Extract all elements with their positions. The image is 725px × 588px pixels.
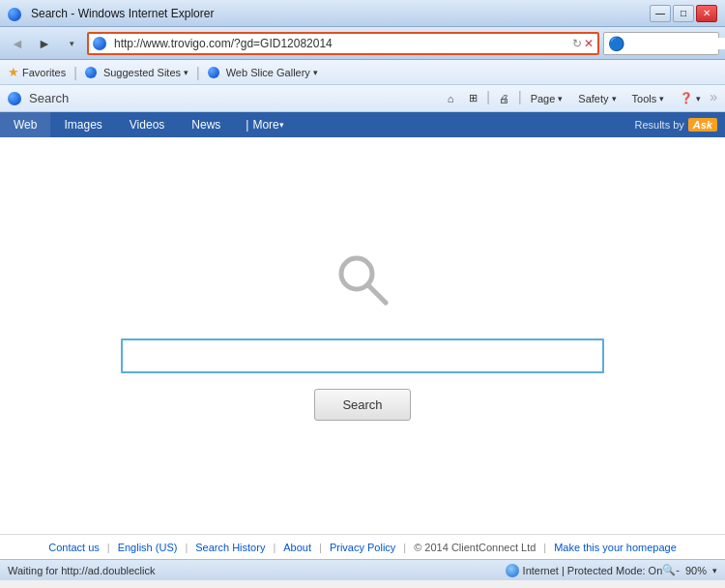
search-magnifier-icon (334, 250, 392, 319)
tab-videos[interactable]: Videos (116, 112, 178, 137)
footer-copyright: © 2014 ClientConnect Ltd (414, 542, 536, 553)
favorites-toolbar: ★ Favorites | Suggested Sites ▾ | Web Sl… (0, 60, 725, 85)
tab-images[interactable]: Images (50, 112, 115, 137)
footer-sep2: | (185, 542, 188, 553)
status-zone-text: Internet | Protected Mode: On (523, 565, 663, 576)
refresh-icon[interactable]: ↻ (572, 37, 582, 50)
minimize-button[interactable]: — (650, 5, 671, 22)
tab-separator: | (246, 118, 248, 132)
fav-divider: | (73, 65, 77, 80)
nav-tabs-bar: Web Images Videos News | More ▾ Results … (0, 112, 725, 137)
status-bar: Waiting for http://ad.doubleclick Intern… (0, 559, 725, 580)
footer-sep4: | (319, 542, 322, 553)
window-controls: — □ ✕ (650, 5, 717, 22)
address-bar: ↻ ✕ (87, 32, 599, 55)
status-zone: Internet | Protected Mode: On (506, 564, 663, 577)
suggested-sites-icon (85, 67, 97, 78)
status-globe-icon (506, 564, 519, 577)
tab-more-label: More (252, 118, 278, 132)
star-icon: ★ (8, 65, 19, 79)
web-slice-icon (208, 67, 219, 78)
ask-logo: Ask (688, 118, 717, 132)
address-input[interactable] (114, 37, 568, 50)
command-buttons: ⌂ ⊞ | 🖨 | Page ▾ Safety ▾ Tools ▾ ❓ ▾ » (441, 89, 717, 107)
footer-about-link[interactable]: About (283, 542, 311, 553)
footer-homepage-link[interactable]: Make this your homepage (554, 542, 677, 553)
home-button[interactable]: ⌂ (441, 89, 461, 107)
suggested-sites-label: Suggested Sites (103, 67, 181, 78)
footer-history-link[interactable]: Search History (195, 542, 265, 553)
search-widget: Search (121, 250, 604, 421)
results-by: Results by Ask (634, 118, 717, 132)
tab-images-label: Images (64, 118, 102, 132)
footer-sep6: | (543, 542, 546, 553)
safety-button[interactable]: Safety ▾ (571, 89, 623, 107)
command-bar: Search ⌂ ⊞ | 🖨 | Page ▾ Safety ▾ Tools ▾… (0, 85, 725, 112)
web-slice-dropdown[interactable]: ▾ (313, 68, 318, 77)
zoom-level: 90% (685, 565, 707, 576)
footer-sep1: | (107, 542, 110, 553)
zoom-dropdown[interactable]: ▾ (712, 566, 717, 575)
zoom-out-button[interactable]: 🔍- (662, 564, 680, 576)
suggested-sites-item[interactable]: Suggested Sites ▾ (85, 67, 188, 78)
stop-icon[interactable]: ✕ (584, 37, 594, 50)
nav-toolbar: ◄ ► ▾ ↻ ✕ 🔵 🔍 (0, 27, 725, 60)
svg-line-1 (368, 285, 386, 303)
page-button[interactable]: Page ▾ (524, 89, 570, 107)
titlebar: Search - Windows Internet Explorer — □ ✕ (0, 0, 725, 27)
results-by-label: Results by (634, 119, 683, 131)
google-search-icon: 🔵 (608, 36, 624, 51)
tab-web[interactable]: Web (0, 112, 50, 137)
search-page-icon (8, 92, 21, 105)
status-waiting-text: Waiting for http://ad.doubleclick (8, 565, 506, 576)
footer-sep3: | (273, 542, 276, 553)
window-title: Search - Windows Internet Explorer (31, 7, 650, 20)
toolbar-search-input[interactable] (627, 38, 725, 49)
suggested-sites-dropdown[interactable]: ▾ (184, 68, 188, 77)
tab-videos-label: Videos (130, 118, 164, 132)
status-right: 🔍- 90% ▾ (662, 564, 717, 576)
footer-privacy-link[interactable]: Privacy Policy (330, 542, 395, 553)
fav-divider2: | (196, 65, 200, 80)
cmd-separator2: | (518, 89, 522, 107)
page-icon (93, 36, 110, 51)
footer-contact-link[interactable]: Contact us (48, 542, 100, 553)
cmd-separator1: | (486, 89, 490, 107)
web-slice-gallery-label: Web Slice Gallery (226, 67, 310, 78)
footer-language-link[interactable]: English (US) (118, 542, 178, 553)
tools-button[interactable]: Tools ▾ (625, 89, 672, 107)
toolbar-search-box: 🔵 🔍 (603, 32, 719, 55)
feed-button[interactable]: ⊞ (462, 89, 484, 107)
favorites-button[interactable]: ★ Favorites (8, 65, 66, 79)
search-main-input[interactable] (121, 338, 604, 373)
web-slice-gallery-item[interactable]: Web Slice Gallery ▾ (208, 67, 318, 78)
footer-sep5: | (403, 542, 406, 553)
close-button[interactable]: ✕ (696, 5, 717, 22)
back-button[interactable]: ◄ (6, 32, 29, 55)
maximize-button[interactable]: □ (673, 5, 694, 22)
favorites-label: Favorites (22, 67, 66, 78)
tab-news-label: News (191, 118, 220, 132)
search-label: Search (29, 91, 69, 105)
main-content: Search (0, 137, 725, 534)
cmd-separator3: » (710, 89, 717, 107)
more-dropdown-icon: ▾ (279, 120, 284, 130)
search-tab-label: Search (8, 91, 69, 105)
forward-button[interactable]: ► (33, 32, 56, 55)
tab-news[interactable]: News (178, 112, 234, 137)
ie-icon (8, 5, 25, 20)
search-main-button[interactable]: Search (314, 389, 410, 421)
help-button[interactable]: ❓ ▾ (673, 89, 708, 107)
nav-dropdown-button[interactable]: ▾ (60, 32, 83, 55)
print-button[interactable]: 🖨 (492, 89, 516, 107)
tab-web-label: Web (14, 118, 37, 132)
tab-more[interactable]: | More ▾ (234, 112, 295, 137)
page-footer: Contact us | English (US) | Search Histo… (0, 534, 725, 559)
